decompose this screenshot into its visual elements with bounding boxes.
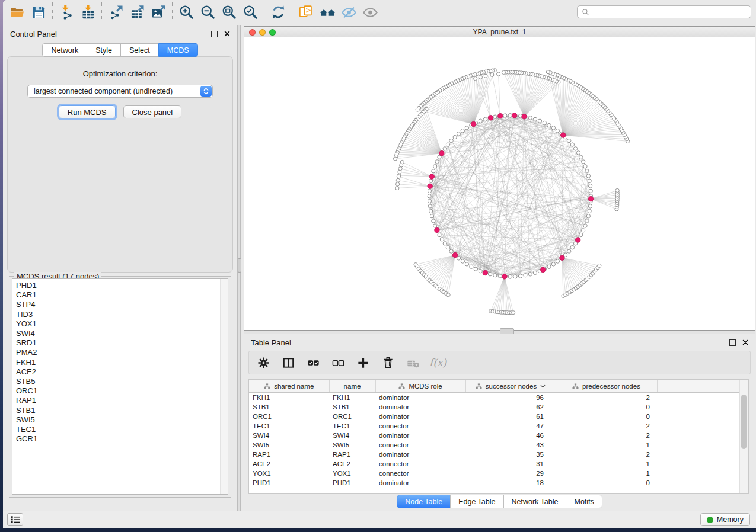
result-node-item[interactable]: STB5 (16, 377, 228, 386)
traffic-light-minimize[interactable] (259, 29, 266, 36)
float-panel-icon[interactable] (211, 31, 218, 37)
tab-network[interactable]: Network (42, 43, 87, 57)
memory-status-dot (707, 517, 713, 523)
add-button[interactable] (355, 354, 371, 371)
refresh-button[interactable] (267, 2, 289, 22)
cell-name: SWI5 (329, 440, 375, 450)
cell-MCDS-role: dominator (375, 450, 465, 459)
table-row[interactable]: RAP1RAP1dominator352 (249, 450, 748, 459)
table-row[interactable]: TEC1TEC1connector472 (249, 421, 748, 431)
hide-selected-button[interactable] (338, 2, 359, 22)
result-node-item[interactable]: ACE2 (16, 367, 228, 377)
cell-name: YOX1 (329, 469, 375, 478)
close-panel-icon[interactable] (742, 339, 748, 345)
result-node-item[interactable]: TEC1 (16, 425, 228, 434)
tab-mcds[interactable]: MCDS (158, 43, 198, 57)
import-network-button[interactable] (56, 2, 77, 22)
table-row[interactable]: ACE2ACE2connector311 (249, 459, 748, 469)
table-row[interactable]: PHD1PHD1dominator180 (249, 478, 748, 488)
open-button[interactable] (7, 2, 28, 22)
column-header-MCDS-role[interactable]: MCDS role (375, 380, 465, 393)
result-node-item[interactable]: ORC1 (16, 386, 228, 396)
close-panel-icon[interactable] (224, 31, 230, 37)
traffic-light-close[interactable] (249, 29, 256, 36)
zoom-in-button[interactable] (176, 2, 197, 22)
save-icon (31, 4, 47, 20)
scrollbar-thumb[interactable] (741, 395, 747, 449)
traffic-light-zoom[interactable] (269, 29, 276, 36)
duplicate-network-button[interactable] (295, 2, 317, 22)
search-box[interactable] (577, 5, 751, 18)
result-node-item[interactable]: SRD1 (16, 338, 228, 348)
delete-table-icon (406, 356, 420, 370)
settings-button[interactable] (255, 354, 272, 371)
result-node-item[interactable]: YOX1 (16, 319, 228, 329)
result-node-item[interactable]: PMA2 (16, 348, 228, 357)
import-table-button[interactable] (77, 2, 98, 22)
show-all-button[interactable] (359, 2, 381, 22)
zoom-out-button[interactable] (197, 2, 218, 22)
toolbar-separator (101, 2, 102, 21)
cell-filler (657, 478, 748, 488)
network-canvas[interactable] (244, 37, 755, 330)
tab-motifs[interactable]: Motifs (566, 495, 602, 508)
result-node-item[interactable]: SWI4 (16, 329, 228, 338)
tab-style[interactable]: Style (87, 43, 121, 57)
result-node-item[interactable]: GCR1 (16, 434, 228, 444)
result-node-item[interactable]: CAR1 (16, 290, 228, 300)
network-graph[interactable] (244, 37, 755, 330)
fx-button: f(x) (429, 354, 446, 371)
column-header-predecessor-nodes[interactable]: predecessor nodes (556, 380, 657, 393)
result-node-item[interactable]: TID3 (16, 310, 228, 319)
column-header-name[interactable]: name (329, 380, 375, 393)
task-history-button[interactable] (7, 513, 23, 526)
float-panel-icon[interactable] (729, 339, 736, 346)
table-scrollbar[interactable] (739, 380, 748, 493)
table-row[interactable]: ORC1ORC1dominator610 (249, 412, 748, 421)
tab-select[interactable]: Select (120, 43, 159, 57)
export-image-icon (151, 4, 167, 20)
table-row[interactable]: STB1STB1dominator620 (249, 402, 748, 412)
deselect-all-button[interactable] (330, 354, 346, 371)
zoom-fit-button[interactable] (218, 2, 240, 22)
tab-node-table[interactable]: Node Table (397, 495, 451, 508)
cell-shared-name: YOX1 (249, 469, 329, 478)
result-node-item[interactable]: STP4 (16, 300, 228, 309)
right-workspace: YPA_prune.txt_1 Table Panel f(x) shared … (241, 25, 756, 511)
search-input[interactable] (592, 6, 751, 18)
first-neighbors-button[interactable] (317, 2, 338, 22)
table-panel: Table Panel f(x) shared namenameMCDS rol… (244, 334, 755, 511)
export-image-button[interactable] (148, 2, 169, 22)
mcds-result-scrollbar[interactable] (220, 279, 228, 494)
select-all-button[interactable] (305, 354, 321, 371)
tab-edge-table[interactable]: Edge Table (450, 495, 503, 508)
result-node-item[interactable]: STB1 (16, 406, 228, 415)
result-node-item[interactable]: FKH1 (16, 358, 228, 367)
optimization-criterion-select[interactable]: largest connected component (undirected) (27, 85, 213, 98)
save-button[interactable] (28, 2, 49, 22)
table-row[interactable]: SWI5SWI5connector431 (249, 440, 748, 450)
zoom-selected-icon (243, 4, 259, 20)
column-header-shared-name[interactable]: shared name (249, 380, 329, 393)
table-header-row: shared namenameMCDS rolesuccessor nodesp… (249, 380, 748, 393)
result-node-item[interactable]: PHD1 (16, 281, 228, 290)
delete-button[interactable] (379, 354, 396, 371)
export-table-button[interactable] (126, 2, 148, 22)
table-row[interactable]: FKH1FKH1dominator962 (249, 393, 748, 403)
zoom-selected-button[interactable] (240, 2, 261, 22)
zoom-out-icon (200, 4, 216, 20)
memory-button[interactable]: Memory (700, 513, 750, 526)
run-mcds-button[interactable]: Run MCDS (59, 105, 116, 118)
tab-network-table[interactable]: Network Table (503, 495, 567, 508)
column-header-successor-nodes[interactable]: successor nodes (465, 380, 556, 393)
table-row[interactable]: YOX1YOX1connector291 (249, 469, 748, 478)
select-all-icon (307, 356, 320, 370)
close-panel-button[interactable]: Close panel (123, 105, 182, 118)
mcds-result-list[interactable]: PHD1CAR1STP4TID3YOX1SWI4SRD1PMA2FKH1ACE2… (12, 278, 228, 495)
table-row[interactable]: SWI4SWI4dominator462 (249, 431, 748, 440)
result-node-item[interactable]: SWI5 (16, 415, 228, 425)
result-node-item[interactable]: RAP1 (16, 396, 228, 405)
status-bar: Memory (3, 511, 756, 528)
export-network-button[interactable] (105, 2, 126, 22)
split-columns-button[interactable] (280, 354, 296, 371)
